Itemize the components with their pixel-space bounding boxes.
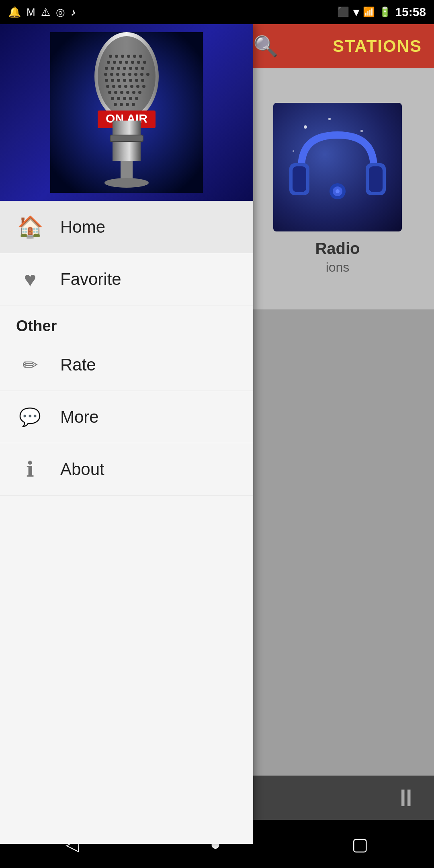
drawer-hero: ON AIR — [0, 24, 253, 201]
menu-item-favorite[interactable]: ♥ Favorite — [0, 253, 253, 305]
svg-point-61 — [138, 91, 141, 94]
menu-item-more[interactable]: 💬 More — [0, 391, 253, 443]
svg-point-55 — [142, 85, 145, 88]
svg-point-45 — [123, 79, 126, 82]
svg-point-50 — [112, 85, 115, 88]
svg-point-3 — [293, 150, 294, 152]
wifi-icon: ▾ — [353, 6, 359, 19]
bottom-player: ⏸ — [241, 776, 434, 820]
pause-button[interactable]: ⏸ — [394, 784, 418, 812]
svg-point-60 — [132, 91, 135, 94]
section-header-other: Other — [0, 305, 253, 339]
svg-point-46 — [129, 79, 132, 82]
svg-point-77 — [104, 178, 149, 188]
navigation-drawer: ON AIR 🏠 Home ♥ Favorite — [0, 24, 253, 844]
menu-label-more: More — [60, 407, 99, 427]
svg-point-34 — [104, 73, 107, 76]
camera-icon: ◎ — [56, 6, 65, 18]
svg-point-35 — [110, 73, 113, 76]
svg-point-31 — [129, 67, 132, 70]
svg-point-10 — [336, 189, 340, 193]
svg-point-57 — [114, 91, 117, 94]
svg-point-56 — [108, 91, 111, 94]
station-logo — [273, 103, 402, 231]
svg-point-62 — [111, 97, 114, 100]
more-icon: 💬 — [16, 403, 44, 431]
svg-point-70 — [132, 103, 135, 106]
warning-icon: ⚠ — [41, 6, 50, 18]
svg-point-65 — [129, 97, 132, 100]
battery-icon: 🔋 — [379, 6, 391, 18]
svg-point-2 — [360, 130, 363, 132]
svg-point-0 — [304, 125, 307, 129]
clock: 15:58 — [395, 5, 426, 19]
svg-point-17 — [127, 55, 130, 58]
svg-point-52 — [124, 85, 127, 88]
svg-point-53 — [130, 85, 133, 88]
svg-rect-7 — [369, 166, 383, 192]
menu-label-about: About — [60, 460, 104, 479]
svg-point-49 — [106, 85, 109, 88]
svg-point-19 — [139, 55, 142, 58]
search-icon-toolbar[interactable]: 🔍 — [253, 35, 278, 58]
svg-point-51 — [118, 85, 121, 88]
svg-point-33 — [141, 67, 144, 70]
svg-point-59 — [126, 91, 129, 94]
svg-point-28 — [111, 67, 114, 70]
menu-item-home[interactable]: 🏠 Home — [0, 201, 253, 253]
svg-point-66 — [135, 97, 138, 100]
toolbar-title: STATIONS — [333, 37, 422, 56]
music-icon: ♪ — [71, 6, 76, 18]
svg-point-67 — [114, 103, 117, 106]
svg-point-36 — [116, 73, 119, 76]
svg-point-58 — [120, 91, 123, 94]
svg-point-20 — [107, 61, 110, 64]
svg-point-44 — [117, 79, 120, 82]
svg-point-32 — [135, 67, 138, 70]
info-icon: ℹ — [16, 455, 44, 483]
svg-point-64 — [123, 97, 126, 100]
menu-label-home: Home — [60, 217, 105, 237]
svg-point-27 — [105, 67, 108, 70]
drawer-menu: 🏠 Home ♥ Favorite Other ✏ Rate 💬 More ℹ … — [0, 201, 253, 844]
microphone-svg: ON AIR — [50, 32, 203, 193]
status-icons-left: 🔔 M ⚠ ◎ ♪ — [8, 6, 76, 18]
svg-point-63 — [117, 97, 120, 100]
svg-point-29 — [117, 67, 120, 70]
svg-point-48 — [141, 79, 144, 82]
menu-item-about[interactable]: ℹ About — [0, 443, 253, 495]
svg-point-40 — [140, 73, 143, 76]
svg-point-16 — [121, 55, 124, 58]
heart-icon: ♥ — [16, 265, 44, 293]
home-icon: 🏠 — [16, 213, 44, 241]
svg-point-21 — [113, 61, 116, 64]
station-text: Radio ions — [315, 240, 360, 275]
svg-rect-75 — [111, 135, 143, 141]
recent-button[interactable]: ▢ — [352, 834, 368, 854]
station-area: Radio ions — [241, 68, 434, 309]
status-icons-right: ⬛ ▾ 📶 🔋 15:58 — [337, 5, 426, 19]
menu-label-rate: Rate — [60, 355, 96, 375]
svg-point-18 — [133, 55, 136, 58]
svg-point-22 — [119, 61, 122, 64]
svg-point-43 — [111, 79, 114, 82]
svg-point-39 — [134, 73, 137, 76]
svg-rect-5 — [293, 166, 306, 192]
menu-item-rate[interactable]: ✏ Rate — [0, 339, 253, 391]
menu-label-favorite: Favorite — [60, 270, 121, 289]
svg-point-25 — [137, 61, 140, 64]
svg-point-42 — [105, 79, 108, 82]
svg-point-38 — [128, 73, 131, 76]
headphone-svg — [281, 111, 394, 223]
svg-point-47 — [135, 79, 138, 82]
cast-icon: ⬛ — [337, 6, 349, 18]
status-bar: 🔔 M ⚠ ◎ ♪ ⬛ ▾ 📶 🔋 15:58 — [0, 0, 434, 24]
signal-icon: 📶 — [363, 6, 375, 18]
svg-point-54 — [136, 85, 139, 88]
notification-icon: 🔔 — [8, 6, 21, 18]
svg-point-23 — [125, 61, 128, 64]
svg-point-1 — [328, 118, 331, 120]
svg-point-37 — [122, 73, 125, 76]
rate-icon: ✏ — [16, 351, 44, 379]
svg-point-68 — [120, 103, 123, 106]
